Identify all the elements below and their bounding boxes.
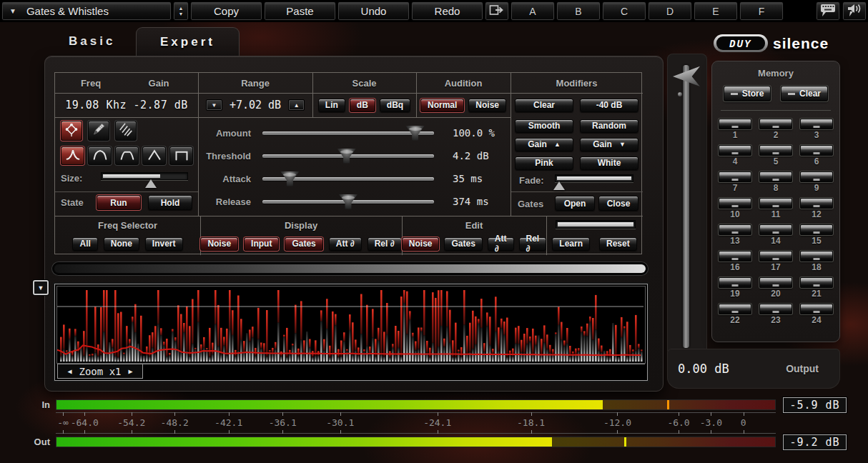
- size-slider[interactable]: [101, 172, 188, 180]
- minus-40db-button[interactable]: -40 dB: [580, 99, 638, 112]
- memory-slot-button-20[interactable]: [759, 277, 792, 288]
- spectrum-scrollbar[interactable]: [52, 262, 648, 275]
- memory-slot-button-1[interactable]: [719, 119, 751, 129]
- gates-open-button[interactable]: Open: [555, 196, 595, 211]
- zoom-out-icon[interactable]: ◀: [67, 367, 71, 375]
- memory-slot-button-15[interactable]: [800, 224, 833, 235]
- threshold-slider[interactable]: [262, 154, 434, 158]
- memory-clear-button[interactable]: Clear: [781, 86, 828, 101]
- curve-square-button[interactable]: [169, 146, 193, 165]
- tab-basic[interactable]: Basic: [69, 34, 115, 49]
- toolbar-slot-e[interactable]: E: [694, 1, 738, 21]
- toolbar-slot-a[interactable]: A: [511, 1, 555, 21]
- hatch-tool-button[interactable]: [115, 121, 137, 141]
- range-down-button[interactable]: ▼: [206, 99, 222, 111]
- gain-down-button[interactable]: Gain▼: [580, 138, 638, 151]
- audition-button-noise[interactable]: Noise: [468, 99, 506, 112]
- curve-dome-button[interactable]: [88, 146, 112, 165]
- redo-button[interactable]: Redo: [411, 1, 483, 21]
- edit-button-att[interactable]: Att ∂: [488, 237, 514, 251]
- random-button[interactable]: Random: [580, 119, 638, 133]
- tab-expert[interactable]: Expert: [136, 27, 240, 56]
- attack-slider[interactable]: [262, 177, 434, 181]
- size-slider-thumb[interactable]: [145, 179, 157, 188]
- memory-slot-button-13[interactable]: [719, 224, 751, 235]
- toolbar-slot-c[interactable]: C: [602, 1, 646, 21]
- compare-button[interactable]: [485, 1, 509, 21]
- memory-slot-button-22[interactable]: [719, 304, 751, 314]
- memory-slot-button-9[interactable]: [800, 171, 833, 182]
- memory-slot-button-16[interactable]: [719, 251, 751, 262]
- memory-slot-button-18[interactable]: [800, 251, 833, 262]
- edit-button-rel[interactable]: Rel ∂: [519, 237, 547, 251]
- toolbar-slot-b[interactable]: B: [556, 1, 601, 21]
- reset-button[interactable]: Reset: [599, 237, 637, 251]
- release-slider-thumb[interactable]: [338, 194, 358, 209]
- curve-plateau-button[interactable]: [115, 146, 139, 165]
- gates-close-button[interactable]: Close: [598, 196, 638, 211]
- clear-curve-button[interactable]: Clear: [515, 99, 573, 112]
- spectrum-chart[interactable]: [57, 287, 645, 363]
- memory-slot-button-21[interactable]: [800, 277, 833, 288]
- run-button[interactable]: Run: [97, 195, 141, 210]
- spectrum-scrollbar-thumb[interactable]: [54, 264, 646, 273]
- memory-store-button[interactable]: Store: [724, 86, 771, 101]
- spectrum-marker-button[interactable]: ▼: [33, 280, 49, 295]
- copy-button[interactable]: Copy: [190, 1, 262, 21]
- undo-button[interactable]: Undo: [337, 1, 410, 21]
- hold-button[interactable]: Hold: [148, 195, 192, 210]
- freq-selector-button-none[interactable]: None: [104, 237, 139, 251]
- amount-slider-thumb[interactable]: [405, 126, 425, 141]
- curve-peak-button[interactable]: [61, 146, 84, 165]
- preset-spinner[interactable]: ▲ ▼: [173, 1, 189, 21]
- range-up-button[interactable]: ▲: [288, 99, 305, 111]
- freq-selector-button-invert[interactable]: Invert: [145, 237, 183, 251]
- scale-button-dbq[interactable]: dBq: [380, 99, 410, 112]
- display-button-noise[interactable]: Noise: [200, 237, 238, 251]
- scale-button-lin[interactable]: Lin: [318, 99, 345, 112]
- toolbar-slot-f[interactable]: F: [739, 1, 784, 21]
- release-slider[interactable]: [262, 200, 434, 204]
- fade-slider[interactable]: [555, 174, 633, 182]
- display-button-att[interactable]: Att ∂: [329, 237, 362, 251]
- pencil-tool-button[interactable]: [88, 121, 109, 141]
- memory-slot-button-4[interactable]: [719, 145, 751, 156]
- audio-help-button[interactable]: [842, 1, 867, 21]
- fade-slider-thumb[interactable]: [553, 181, 565, 190]
- keyboard-help-button[interactable]: [816, 1, 840, 21]
- zoom-in-icon[interactable]: ▶: [129, 367, 133, 375]
- attack-slider-thumb[interactable]: [280, 171, 300, 186]
- memory-slot-button-5[interactable]: [759, 145, 792, 156]
- memory-slot-button-2[interactable]: [759, 119, 792, 129]
- display-button-gates[interactable]: Gates: [285, 237, 322, 251]
- gain-up-button[interactable]: Gain▲: [515, 138, 573, 151]
- memory-slot-button-23[interactable]: [759, 304, 792, 314]
- memory-slot-button-19[interactable]: [719, 277, 751, 288]
- scale-button-db[interactable]: dB: [350, 99, 375, 112]
- curve-triangle-button[interactable]: [142, 146, 166, 165]
- memory-slot-button-24[interactable]: [800, 304, 833, 314]
- output-fader-track[interactable]: [683, 65, 689, 348]
- pink-button[interactable]: Pink: [515, 156, 573, 170]
- node-tool-button[interactable]: [61, 121, 82, 141]
- smooth-button[interactable]: Smooth: [515, 119, 573, 133]
- preset-selector[interactable]: ▼ Gates & Whistles: [1, 1, 172, 21]
- zoom-control[interactable]: ◀ Zoom x1 ▶: [57, 364, 143, 379]
- freq-selector-button-all[interactable]: All: [72, 237, 97, 251]
- memory-slot-button-10[interactable]: [719, 198, 751, 209]
- memory-slot-button-12[interactable]: [800, 198, 833, 209]
- memory-slot-button-7[interactable]: [719, 171, 751, 182]
- memory-slot-button-11[interactable]: [759, 198, 792, 209]
- edit-button-gates[interactable]: Gates: [444, 237, 482, 251]
- display-button-rel[interactable]: Rel ∂: [368, 237, 402, 251]
- memory-slot-button-17[interactable]: [759, 251, 792, 262]
- toolbar-slot-d[interactable]: D: [648, 1, 692, 21]
- memory-slot-button-6[interactable]: [800, 145, 833, 156]
- white-button[interactable]: White: [580, 156, 638, 170]
- audition-button-normal[interactable]: Normal: [420, 99, 464, 112]
- paste-button[interactable]: Paste: [264, 1, 336, 21]
- amount-slider[interactable]: [262, 131, 434, 135]
- edit-button-noise[interactable]: Noise: [402, 237, 440, 251]
- memory-slot-button-14[interactable]: [759, 224, 792, 235]
- memory-slot-button-8[interactable]: [759, 171, 792, 182]
